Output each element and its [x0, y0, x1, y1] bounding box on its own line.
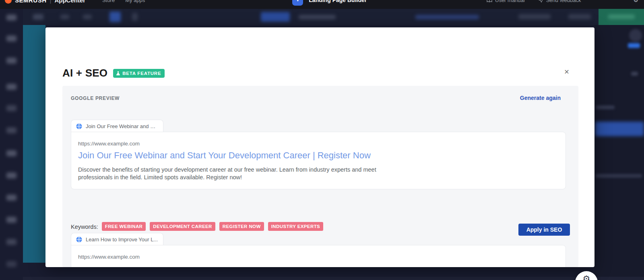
- app-title: Landing Page Builder: [309, 0, 367, 3]
- toolbar-icon-blurred: [60, 15, 69, 19]
- sidebar-icon-blurred: [6, 105, 17, 111]
- nav-my-apps[interactable]: My apps: [125, 0, 145, 3]
- top-app-bar: SEMRUSH | AppCenter Store My apps ▾ Land…: [0, 0, 644, 9]
- gear-icon: ⚙: [583, 274, 590, 280]
- keywords-label: Keywords:: [71, 224, 98, 230]
- sidebar-icon-blurred: [6, 84, 17, 90]
- google-preview-panel: GOOGLE PREVIEW Generate again Join Our F…: [62, 86, 578, 267]
- globe-favicon: [76, 123, 82, 129]
- keyword-badge: DEVELOPMENT CAREER: [150, 222, 215, 231]
- sidebar-icon-blurred: [6, 172, 17, 178]
- keyword-badge: INDUSTRY EXPERTS: [268, 222, 323, 231]
- google-preview-label: GOOGLE PREVIEW: [71, 95, 120, 101]
- panel-toggle-blurred: [628, 43, 640, 48]
- brand-name: SEMRUSH: [15, 0, 47, 4]
- brand-suite: AppCenter: [54, 0, 85, 4]
- nav-store[interactable]: Store: [102, 0, 115, 3]
- paper-plane-icon: [539, 0, 543, 2]
- result-title-link[interactable]: Join Our Free Webinar and Start Your Dev…: [78, 150, 559, 161]
- keyword-badge: REGISTER NOW: [219, 222, 264, 231]
- left-icon-sidebar: [0, 9, 23, 280]
- sidebar-icon-blurred: [6, 217, 17, 223]
- panel-label-blurred: [596, 174, 642, 178]
- sidebar-icon-blurred: [6, 127, 17, 133]
- result-url: https://www.example.com: [78, 141, 559, 147]
- apply-in-seo-button[interactable]: Apply in SEO: [518, 224, 570, 236]
- suggestion-tab[interactable]: Learn How to Improve Your L...: [71, 233, 163, 245]
- keyword-badge: FREE WEBINAR: [102, 222, 146, 231]
- panel-label-blurred: [596, 106, 615, 109]
- new-page-button-blurred: [261, 12, 290, 22]
- beta-feature-label: BETA FEATURE: [122, 71, 161, 76]
- google-result-card: https://www.example.com Join Our Free We…: [71, 132, 566, 189]
- sidebar-icon-blurred: [6, 195, 17, 201]
- semrush-logo-icon: [5, 0, 12, 4]
- globe-favicon: [76, 236, 82, 243]
- landing-page-builder-icon: ▾: [292, 0, 303, 6]
- builder-toolbar-blurred: [0, 9, 644, 25]
- toolbar-icon-blurred: [132, 13, 138, 21]
- landing-page-canvas-edge: [23, 25, 45, 263]
- result-description: Discover the benefits of starting your d…: [78, 166, 391, 181]
- save-button-blurred: [568, 14, 591, 19]
- result-url: https://www.example.com: [78, 254, 559, 260]
- toolbar-text-blurred: [299, 15, 336, 19]
- brand-divider: |: [50, 0, 52, 4]
- app-window: SEMRUSH | AppCenter Store My apps ▾ Land…: [0, 0, 644, 280]
- flask-icon: [116, 71, 120, 76]
- sidebar-icon-blurred: [6, 239, 17, 245]
- ai-seo-modal: AI + SEO BETA FEATURE ✕ The generated su…: [45, 27, 594, 267]
- settings-gear-icon[interactable]: ⚙: [633, 0, 638, 3]
- suggestion-tab[interactable]: Join Our Free Webinar and St...: [71, 120, 163, 132]
- sidebar-icon-blurred: [6, 15, 17, 21]
- bottom-edge-strip: [23, 277, 644, 280]
- generate-again-button[interactable]: Generate again: [520, 95, 561, 101]
- modal-title: AI + SEO: [62, 67, 107, 79]
- suggestion-tab-title: Join Our Free Webinar and St...: [86, 123, 158, 129]
- book-icon: [487, 0, 492, 2]
- send-feedback-label: Send feedback: [546, 0, 581, 3]
- panel-icon-blurred: [631, 72, 638, 76]
- panel-circle-button-blurred: [629, 29, 642, 42]
- toolbar-link-blurred: [415, 15, 479, 19]
- user-manual-link[interactable]: User manual: [487, 0, 525, 3]
- right-settings-panel-blurred: [594, 25, 644, 280]
- panel-primary-button-blurred: [595, 122, 644, 136]
- sidebar-icon-blurred: [6, 58, 17, 64]
- close-icon[interactable]: ✕: [562, 68, 571, 77]
- suggestion-tab-title: Learn How to Improve Your L...: [86, 236, 158, 243]
- publish-button-blurred: [599, 9, 644, 25]
- app-chip: ▾ Landing Page Builder: [292, 0, 367, 6]
- preview-button-blurred: [518, 14, 551, 19]
- send-feedback-link[interactable]: Send feedback: [539, 0, 581, 3]
- toolbar-icon-blurred: [83, 15, 92, 19]
- google-result-card: https://www.example.com: [71, 245, 566, 267]
- sidebar-icon-blurred: [6, 35, 17, 41]
- beta-feature-badge: BETA FEATURE: [113, 69, 165, 78]
- sidebar-icon-blurred: [6, 261, 17, 267]
- toolbar-icon-blurred: [33, 14, 43, 20]
- toolbar-active-tool-blurred: [109, 12, 121, 22]
- sidebar-icon-blurred: [6, 150, 17, 156]
- user-manual-label: User manual: [495, 0, 525, 3]
